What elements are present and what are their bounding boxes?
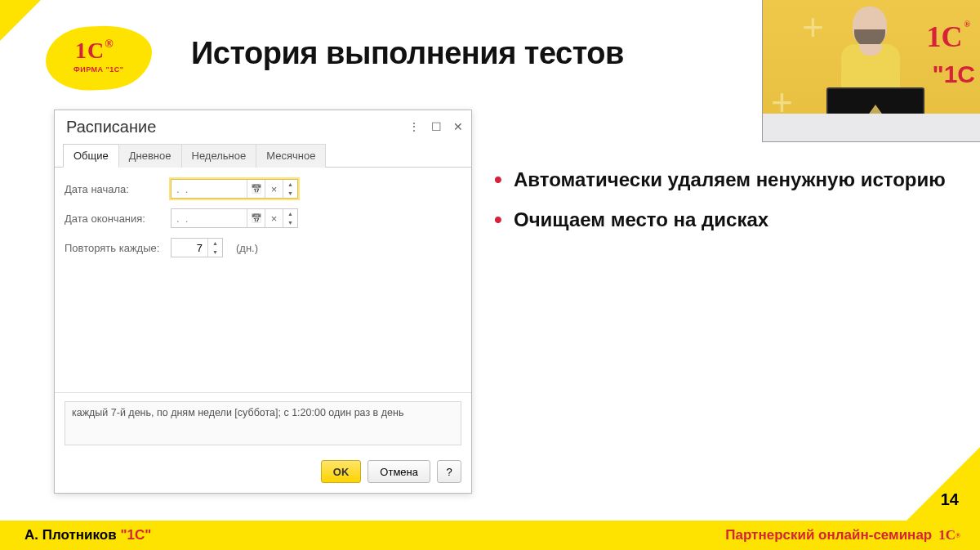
speaker-org: "1С" <box>120 527 151 543</box>
dialog-titlebar: Расписание ⋮ ☐ ✕ <box>55 110 471 143</box>
window-actions: ⋮ ☐ ✕ <box>408 120 463 133</box>
row-repeat: Повторять каждые: ▲ ▼ (дн.) <box>65 238 461 257</box>
clear-icon[interactable] <box>265 180 283 198</box>
logo-subtext: ФИРМА "1С" <box>74 65 124 74</box>
clear-icon[interactable] <box>265 209 283 227</box>
dialog-title: Расписание <box>66 118 156 136</box>
slide-footer: А. Плотников "1С" Партнерский онлайн-сем… <box>0 521 980 550</box>
unit-label: (дн.) <box>236 242 258 254</box>
spin-up-icon[interactable]: ▲ <box>283 180 297 189</box>
tab-bar: Общие Дневное Недельное Месячное <box>55 143 471 168</box>
form-area: Дата начала: ▲ ▼ Дата окончания: ▲ ▼ <box>55 168 471 393</box>
calendar-icon[interactable] <box>247 180 265 198</box>
row-start-date: Дата начала: ▲ ▼ <box>65 179 461 199</box>
tab-general[interactable]: Общие <box>63 144 119 168</box>
tab-monthly[interactable]: Месячное <box>256 144 326 168</box>
footer-event: Партнерский онлайн-семинар 1C® <box>725 527 960 543</box>
spinner: ▲ ▼ <box>283 180 297 198</box>
footer-speaker: А. Плотников "1С" <box>24 527 151 543</box>
spinner: ▲ ▼ <box>207 239 222 257</box>
slide-title: История выполнения тестов <box>191 36 624 71</box>
dialog-button-row: OK Отмена ? <box>55 454 471 493</box>
close-icon[interactable]: ✕ <box>453 120 463 133</box>
cancel-button[interactable]: Отмена <box>368 460 430 483</box>
wall-logo-sub: "1C <box>932 60 975 88</box>
corner-decoration-tl <box>0 0 41 41</box>
speaker-name: А. Плотников <box>24 527 117 543</box>
label-repeat: Повторять каждые: <box>65 242 163 254</box>
logo-text: 1C® <box>75 38 114 64</box>
spin-down-icon[interactable]: ▼ <box>208 248 222 257</box>
bullet-item: Очищаем место на дисках <box>494 206 946 235</box>
podium <box>763 114 980 141</box>
help-button[interactable]: ? <box>437 460 461 483</box>
spin-up-icon[interactable]: ▲ <box>208 239 222 248</box>
tab-daily[interactable]: Дневное <box>118 144 182 168</box>
repeat-days-input[interactable] <box>172 239 207 257</box>
footer-logo-icon: 1C® <box>938 527 960 543</box>
label-end-date: Дата окончания: <box>65 212 163 225</box>
start-date-field: ▲ ▼ <box>171 179 298 199</box>
brand-logo: 1C® ФИРМА "1С" <box>46 26 152 90</box>
tab-weekly[interactable]: Недельное <box>181 144 257 168</box>
repeat-days-field: ▲ ▼ <box>171 238 223 257</box>
spin-down-icon[interactable]: ▼ <box>283 189 297 198</box>
maximize-icon[interactable]: ☐ <box>431 120 442 133</box>
end-date-input[interactable] <box>172 209 247 227</box>
schedule-summary: каждый 7-й день, по дням недели [суббота… <box>65 401 461 445</box>
corner-decoration-br <box>906 447 980 521</box>
ok-button[interactable]: OK <box>321 460 362 483</box>
page-number: 14 <box>941 490 959 509</box>
spinner: ▲ ▼ <box>283 209 297 227</box>
schedule-dialog: Расписание ⋮ ☐ ✕ Общие Дневное Недельное… <box>54 110 472 494</box>
webcam-overlay: + + 1C® "1C <box>762 0 980 142</box>
row-end-date: Дата окончания: ▲ ▼ <box>65 208 461 228</box>
calendar-icon[interactable] <box>247 209 265 227</box>
spin-up-icon[interactable]: ▲ <box>283 209 297 218</box>
end-date-field: ▲ ▼ <box>171 208 298 228</box>
start-date-input[interactable] <box>172 180 247 198</box>
bullet-list: Автоматически удаляем ненужную историю О… <box>494 166 946 246</box>
bullet-item: Автоматически удаляем ненужную историю <box>494 166 946 195</box>
wall-logo: 1C® <box>927 20 970 54</box>
event-name: Партнерский онлайн-семинар <box>725 527 932 543</box>
spin-down-icon[interactable]: ▼ <box>283 218 297 227</box>
more-icon[interactable]: ⋮ <box>408 120 420 133</box>
label-start-date: Дата начала: <box>65 183 163 195</box>
plus-decoration: + <box>802 5 824 49</box>
